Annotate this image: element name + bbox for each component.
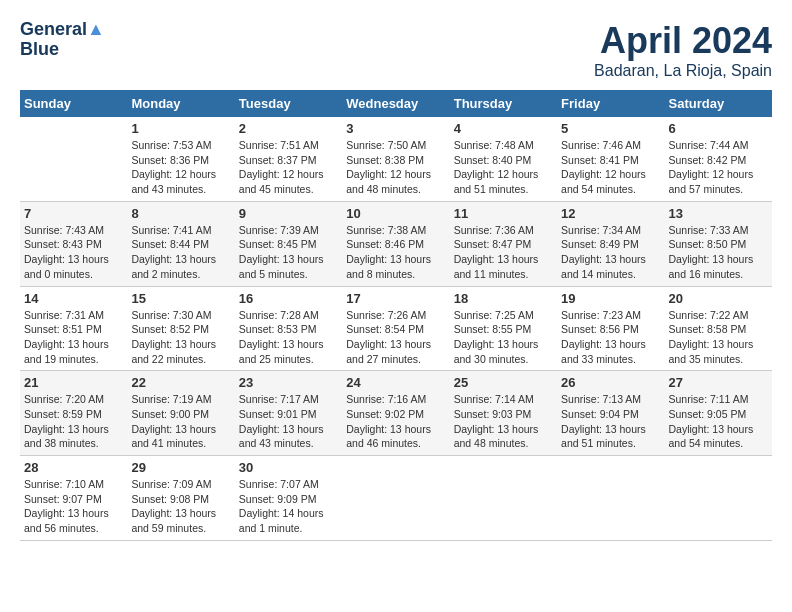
- day-number: 6: [669, 121, 768, 136]
- calendar-day-cell: 4Sunrise: 7:48 AM Sunset: 8:40 PM Daylig…: [450, 117, 557, 201]
- day-info: Sunrise: 7:51 AM Sunset: 8:37 PM Dayligh…: [239, 138, 338, 197]
- day-info: Sunrise: 7:19 AM Sunset: 9:00 PM Dayligh…: [131, 392, 230, 451]
- calendar-day-cell: 25Sunrise: 7:14 AM Sunset: 9:03 PM Dayli…: [450, 371, 557, 456]
- day-number: 5: [561, 121, 660, 136]
- calendar-day-cell: 7Sunrise: 7:43 AM Sunset: 8:43 PM Daylig…: [20, 201, 127, 286]
- calendar-day-cell: 14Sunrise: 7:31 AM Sunset: 8:51 PM Dayli…: [20, 286, 127, 371]
- calendar-day-cell: [557, 456, 664, 541]
- day-number: 24: [346, 375, 445, 390]
- page-header: General▲Blue April 2024 Badaran, La Rioj…: [20, 20, 772, 80]
- day-of-week-header: Tuesday: [235, 90, 342, 117]
- day-of-week-header: Sunday: [20, 90, 127, 117]
- day-info: Sunrise: 7:26 AM Sunset: 8:54 PM Dayligh…: [346, 308, 445, 367]
- calendar-day-cell: 18Sunrise: 7:25 AM Sunset: 8:55 PM Dayli…: [450, 286, 557, 371]
- day-info: Sunrise: 7:20 AM Sunset: 8:59 PM Dayligh…: [24, 392, 123, 451]
- month-title: April 2024: [594, 20, 772, 62]
- day-number: 2: [239, 121, 338, 136]
- day-info: Sunrise: 7:50 AM Sunset: 8:38 PM Dayligh…: [346, 138, 445, 197]
- day-number: 19: [561, 291, 660, 306]
- day-info: Sunrise: 7:23 AM Sunset: 8:56 PM Dayligh…: [561, 308, 660, 367]
- day-number: 13: [669, 206, 768, 221]
- calendar-day-cell: 2Sunrise: 7:51 AM Sunset: 8:37 PM Daylig…: [235, 117, 342, 201]
- calendar-day-cell: 26Sunrise: 7:13 AM Sunset: 9:04 PM Dayli…: [557, 371, 664, 456]
- calendar-day-cell: 11Sunrise: 7:36 AM Sunset: 8:47 PM Dayli…: [450, 201, 557, 286]
- calendar-day-cell: 20Sunrise: 7:22 AM Sunset: 8:58 PM Dayli…: [665, 286, 772, 371]
- logo: General▲Blue: [20, 20, 105, 60]
- day-of-week-header: Monday: [127, 90, 234, 117]
- day-info: Sunrise: 7:30 AM Sunset: 8:52 PM Dayligh…: [131, 308, 230, 367]
- calendar-day-cell: 30Sunrise: 7:07 AM Sunset: 9:09 PM Dayli…: [235, 456, 342, 541]
- day-number: 26: [561, 375, 660, 390]
- day-info: Sunrise: 7:44 AM Sunset: 8:42 PM Dayligh…: [669, 138, 768, 197]
- day-number: 12: [561, 206, 660, 221]
- day-number: 1: [131, 121, 230, 136]
- calendar-header-row: SundayMondayTuesdayWednesdayThursdayFrid…: [20, 90, 772, 117]
- calendar-day-cell: 12Sunrise: 7:34 AM Sunset: 8:49 PM Dayli…: [557, 201, 664, 286]
- day-of-week-header: Wednesday: [342, 90, 449, 117]
- day-number: 14: [24, 291, 123, 306]
- day-number: 9: [239, 206, 338, 221]
- calendar-day-cell: 5Sunrise: 7:46 AM Sunset: 8:41 PM Daylig…: [557, 117, 664, 201]
- day-info: Sunrise: 7:13 AM Sunset: 9:04 PM Dayligh…: [561, 392, 660, 451]
- calendar-day-cell: [665, 456, 772, 541]
- calendar-week-row: 21Sunrise: 7:20 AM Sunset: 8:59 PM Dayli…: [20, 371, 772, 456]
- calendar-day-cell: 27Sunrise: 7:11 AM Sunset: 9:05 PM Dayli…: [665, 371, 772, 456]
- day-info: Sunrise: 7:28 AM Sunset: 8:53 PM Dayligh…: [239, 308, 338, 367]
- calendar-day-cell: 10Sunrise: 7:38 AM Sunset: 8:46 PM Dayli…: [342, 201, 449, 286]
- calendar-week-row: 28Sunrise: 7:10 AM Sunset: 9:07 PM Dayli…: [20, 456, 772, 541]
- day-number: 8: [131, 206, 230, 221]
- calendar-day-cell: 1Sunrise: 7:53 AM Sunset: 8:36 PM Daylig…: [127, 117, 234, 201]
- day-number: 28: [24, 460, 123, 475]
- calendar-week-row: 1Sunrise: 7:53 AM Sunset: 8:36 PM Daylig…: [20, 117, 772, 201]
- day-number: 20: [669, 291, 768, 306]
- day-info: Sunrise: 7:07 AM Sunset: 9:09 PM Dayligh…: [239, 477, 338, 536]
- calendar-day-cell: 21Sunrise: 7:20 AM Sunset: 8:59 PM Dayli…: [20, 371, 127, 456]
- day-number: 16: [239, 291, 338, 306]
- calendar-day-cell: 6Sunrise: 7:44 AM Sunset: 8:42 PM Daylig…: [665, 117, 772, 201]
- day-number: 21: [24, 375, 123, 390]
- day-info: Sunrise: 7:36 AM Sunset: 8:47 PM Dayligh…: [454, 223, 553, 282]
- calendar-day-cell: 3Sunrise: 7:50 AM Sunset: 8:38 PM Daylig…: [342, 117, 449, 201]
- title-block: April 2024 Badaran, La Rioja, Spain: [594, 20, 772, 80]
- day-number: 27: [669, 375, 768, 390]
- day-info: Sunrise: 7:31 AM Sunset: 8:51 PM Dayligh…: [24, 308, 123, 367]
- day-number: 7: [24, 206, 123, 221]
- calendar-day-cell: [342, 456, 449, 541]
- calendar-day-cell: 28Sunrise: 7:10 AM Sunset: 9:07 PM Dayli…: [20, 456, 127, 541]
- logo-text: General▲Blue: [20, 20, 105, 60]
- location-subtitle: Badaran, La Rioja, Spain: [594, 62, 772, 80]
- calendar-day-cell: [450, 456, 557, 541]
- calendar-day-cell: 15Sunrise: 7:30 AM Sunset: 8:52 PM Dayli…: [127, 286, 234, 371]
- day-info: Sunrise: 7:53 AM Sunset: 8:36 PM Dayligh…: [131, 138, 230, 197]
- day-info: Sunrise: 7:33 AM Sunset: 8:50 PM Dayligh…: [669, 223, 768, 282]
- day-info: Sunrise: 7:10 AM Sunset: 9:07 PM Dayligh…: [24, 477, 123, 536]
- day-info: Sunrise: 7:11 AM Sunset: 9:05 PM Dayligh…: [669, 392, 768, 451]
- calendar-day-cell: 23Sunrise: 7:17 AM Sunset: 9:01 PM Dayli…: [235, 371, 342, 456]
- day-info: Sunrise: 7:43 AM Sunset: 8:43 PM Dayligh…: [24, 223, 123, 282]
- calendar-week-row: 7Sunrise: 7:43 AM Sunset: 8:43 PM Daylig…: [20, 201, 772, 286]
- day-number: 22: [131, 375, 230, 390]
- day-of-week-header: Saturday: [665, 90, 772, 117]
- day-number: 18: [454, 291, 553, 306]
- calendar-day-cell: 9Sunrise: 7:39 AM Sunset: 8:45 PM Daylig…: [235, 201, 342, 286]
- day-number: 11: [454, 206, 553, 221]
- day-info: Sunrise: 7:14 AM Sunset: 9:03 PM Dayligh…: [454, 392, 553, 451]
- calendar-day-cell: 16Sunrise: 7:28 AM Sunset: 8:53 PM Dayli…: [235, 286, 342, 371]
- day-number: 29: [131, 460, 230, 475]
- day-number: 17: [346, 291, 445, 306]
- day-number: 23: [239, 375, 338, 390]
- day-info: Sunrise: 7:17 AM Sunset: 9:01 PM Dayligh…: [239, 392, 338, 451]
- calendar-day-cell: 29Sunrise: 7:09 AM Sunset: 9:08 PM Dayli…: [127, 456, 234, 541]
- day-info: Sunrise: 7:46 AM Sunset: 8:41 PM Dayligh…: [561, 138, 660, 197]
- day-info: Sunrise: 7:25 AM Sunset: 8:55 PM Dayligh…: [454, 308, 553, 367]
- day-number: 30: [239, 460, 338, 475]
- calendar-day-cell: 13Sunrise: 7:33 AM Sunset: 8:50 PM Dayli…: [665, 201, 772, 286]
- day-info: Sunrise: 7:16 AM Sunset: 9:02 PM Dayligh…: [346, 392, 445, 451]
- day-info: Sunrise: 7:09 AM Sunset: 9:08 PM Dayligh…: [131, 477, 230, 536]
- day-of-week-header: Thursday: [450, 90, 557, 117]
- day-info: Sunrise: 7:39 AM Sunset: 8:45 PM Dayligh…: [239, 223, 338, 282]
- calendar-table: SundayMondayTuesdayWednesdayThursdayFrid…: [20, 90, 772, 541]
- day-info: Sunrise: 7:41 AM Sunset: 8:44 PM Dayligh…: [131, 223, 230, 282]
- day-number: 10: [346, 206, 445, 221]
- day-number: 15: [131, 291, 230, 306]
